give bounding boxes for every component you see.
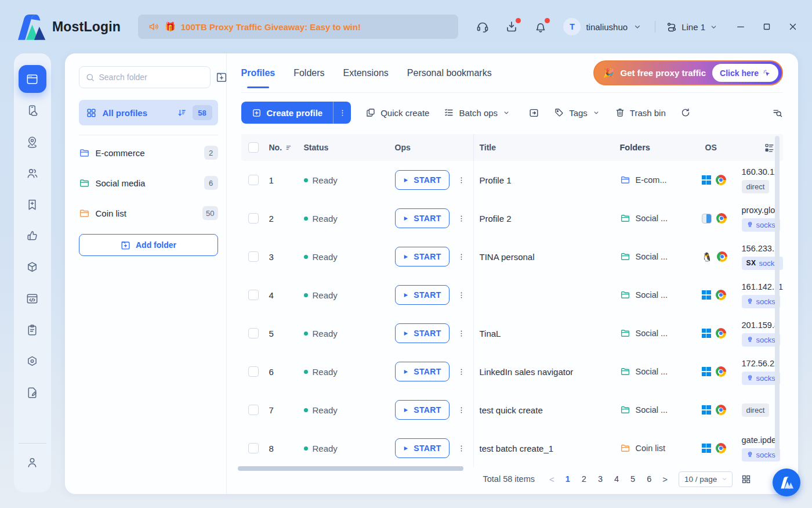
page-number-6[interactable]: 6 [641, 474, 657, 484]
nav-item-proxy-location[interactable] [21, 130, 44, 153]
nav-item-settings[interactable] [21, 350, 44, 373]
sort-icon[interactable] [285, 144, 292, 152]
profile-folder: Social ... [616, 328, 701, 338]
row-number: 6 [269, 367, 274, 377]
row-menu-icon[interactable] [457, 214, 466, 223]
nav-item-team[interactable] [21, 161, 44, 185]
page-size-select[interactable]: 10 / page [679, 471, 733, 487]
nav-item-apps[interactable] [21, 255, 44, 279]
column-settings-icon[interactable] [764, 142, 775, 153]
row-checkbox[interactable] [248, 213, 259, 224]
next-page-button[interactable]: > [657, 474, 673, 484]
start-button[interactable]: START [395, 323, 449, 343]
promo-click-here-button[interactable]: Click here [712, 64, 778, 82]
nav-rail [14, 53, 51, 492]
batch-ops-button[interactable]: Batch ops [444, 107, 510, 118]
row-checkbox[interactable] [248, 328, 259, 338]
folder-item[interactable]: E-commerce 2 [79, 138, 218, 168]
windows-icon [702, 367, 711, 376]
start-button[interactable]: START [395, 400, 449, 420]
promo-banner[interactable]: 🎉 Get free proxy traffic Click here [593, 60, 783, 85]
nav-item-api[interactable] [21, 287, 44, 310]
page-number-5[interactable]: 5 [625, 474, 641, 484]
nav-item-profiles[interactable] [19, 65, 46, 93]
nav-item-bookmarks[interactable] [21, 193, 44, 216]
row-checkbox[interactable] [248, 405, 259, 415]
chrome-icon [716, 328, 726, 338]
search-profiles-button[interactable] [772, 107, 783, 118]
start-button[interactable]: START [395, 247, 449, 266]
support-float-button[interactable] [773, 469, 800, 496]
app-window: MostLogin 🎁 100TB Proxy Traffic Giveaway… [0, 0, 812, 494]
card-view-icon[interactable] [741, 474, 752, 485]
folder-item-all-profiles[interactable]: All profiles 58 [79, 100, 218, 125]
nav-item-logs[interactable] [21, 318, 44, 341]
add-folder-button[interactable]: Add folder [79, 234, 218, 256]
tab-profiles[interactable]: Profiles [241, 53, 276, 92]
new-folder-button[interactable] [215, 66, 228, 88]
row-checkbox[interactable] [248, 366, 259, 377]
row-menu-icon[interactable] [457, 176, 466, 185]
refresh-button[interactable] [680, 107, 691, 118]
start-button[interactable]: START [395, 170, 449, 190]
folder-icon [79, 208, 90, 219]
select-all-checkbox[interactable] [248, 142, 259, 153]
row-menu-icon[interactable] [457, 406, 466, 415]
support-headset-icon[interactable] [475, 19, 490, 34]
folder-name: Social ... [636, 214, 668, 223]
close-button[interactable] [788, 21, 798, 32]
folder-item[interactable]: Coin list 50 [79, 198, 218, 228]
download-icon[interactable] [504, 19, 519, 34]
row-checkbox[interactable] [248, 251, 259, 262]
tab-personal-bookmarks[interactable]: Personal bookmarks [407, 53, 492, 92]
row-checkbox[interactable] [248, 175, 259, 185]
start-button[interactable]: START [395, 438, 449, 458]
row-number: 7 [269, 405, 274, 415]
sort-icon[interactable] [177, 108, 187, 118]
row-checkbox[interactable] [248, 443, 259, 453]
maximize-button[interactable] [762, 21, 772, 32]
row-checkbox[interactable] [248, 290, 259, 300]
start-button[interactable]: START [395, 285, 449, 305]
profile-title: LinkedIn sales navigator [473, 352, 616, 391]
create-profile-more-button[interactable] [334, 102, 351, 124]
nav-item-cloud-phone[interactable] [21, 99, 44, 122]
nav-item-account[interactable] [21, 451, 44, 474]
page-number-4[interactable]: 4 [608, 474, 625, 484]
notification-dot [516, 18, 521, 23]
location-pin-icon [746, 451, 753, 458]
line-selector[interactable]: Line 1 [666, 21, 718, 33]
folder-icon [79, 147, 90, 158]
page-number-3[interactable]: 3 [592, 474, 608, 484]
page-number-1[interactable]: 1 [560, 474, 576, 484]
location-pin-icon [746, 336, 753, 343]
folder-item[interactable]: Social media 6 [79, 168, 218, 198]
prev-page-button[interactable]: < [544, 474, 560, 484]
horizontal-scrollbar[interactable] [238, 466, 463, 471]
row-menu-icon[interactable] [457, 291, 466, 300]
search-folder-input[interactable] [99, 73, 204, 82]
trash-bin-button[interactable]: Trash bin [615, 107, 666, 118]
nav-item-drafts[interactable] [21, 381, 44, 404]
move-to-folder-button[interactable] [528, 107, 539, 118]
page-number-2[interactable]: 2 [576, 474, 592, 484]
minimize-button[interactable] [735, 21, 746, 32]
quick-create-button[interactable]: Quick create [365, 107, 429, 118]
bell-icon[interactable] [533, 19, 548, 34]
row-menu-icon[interactable] [457, 253, 466, 261]
row-menu-icon[interactable] [457, 329, 466, 338]
user-menu[interactable]: T tinaliushuo [563, 18, 642, 35]
tags-button[interactable]: Tags [554, 107, 600, 118]
start-button[interactable]: START [395, 208, 449, 228]
nav-item-recommend[interactable] [21, 224, 44, 247]
vertical-scrollbar[interactable] [775, 136, 780, 456]
announcement-banner[interactable]: 🎁 100TB Proxy Traffic Giveaway: Easy to … [138, 15, 458, 39]
header-no: No. [269, 143, 282, 152]
tab-extensions[interactable]: Extensions [343, 53, 389, 92]
tab-folders[interactable]: Folders [293, 53, 324, 92]
start-button[interactable]: START [395, 362, 449, 381]
row-menu-icon[interactable] [457, 444, 466, 453]
divider [79, 135, 218, 135]
create-profile-button[interactable]: Create profile [241, 102, 334, 124]
row-menu-icon[interactable] [457, 368, 466, 376]
